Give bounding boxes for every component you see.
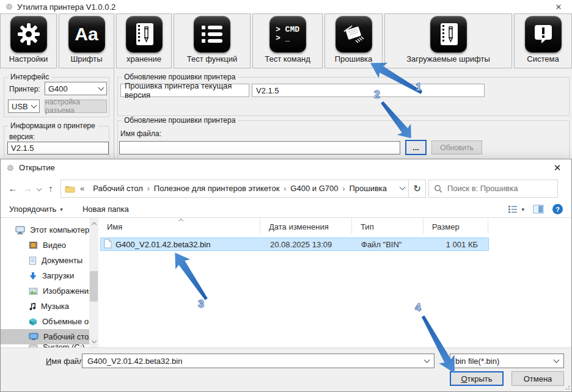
main-close-button[interactable]: ✕ bbox=[550, 2, 567, 12]
download-arrow-icon bbox=[29, 272, 37, 280]
address-chevron-icon[interactable] bbox=[400, 184, 406, 191]
forward-button[interactable]: → bbox=[20, 183, 35, 194]
column-header-name[interactable]: Имя bbox=[98, 218, 260, 234]
new-folder-button[interactable]: Новая папка bbox=[82, 205, 129, 214]
sidebar-item-label: Этот компьютер bbox=[30, 225, 89, 234]
breadcrumb-segment[interactable]: Рабочий стол bbox=[93, 184, 143, 193]
sidebar-item-this-pc[interactable]: Этот компьютер bbox=[1, 222, 89, 238]
column-header-type[interactable]: Тип bbox=[352, 218, 424, 234]
sidebar-item-label: Документы bbox=[42, 256, 82, 265]
sidebar-item-3d-objects[interactable]: Объемные объекты bbox=[1, 314, 89, 329]
folder-icon bbox=[65, 184, 76, 193]
notebook-pencil-icon bbox=[430, 16, 467, 53]
help-button[interactable]: ? bbox=[552, 204, 563, 214]
sidebar-item-documents[interactable]: Документы bbox=[1, 253, 89, 268]
firmware-current-group: Обновление прошивки принтера Прошивка пр… bbox=[117, 77, 570, 116]
refresh-button[interactable]: ↻ bbox=[409, 180, 426, 198]
main-toolbar: Настройки Aa Шрифты хранение bbox=[0, 13, 572, 68]
version-field[interactable]: V2.1.5 bbox=[7, 142, 109, 154]
sidebar-scrollbar[interactable] bbox=[89, 218, 98, 347]
breadcrumb-prefix: « bbox=[80, 184, 84, 193]
scrollbar-thumb[interactable] bbox=[90, 271, 98, 302]
open-button[interactable]: Открыть bbox=[450, 371, 504, 386]
dialog-title: Открытие bbox=[19, 163, 55, 172]
file-name-combobox[interactable]: G400_V2.01.42.beta32.bin bbox=[82, 354, 435, 368]
cube-icon bbox=[29, 318, 37, 326]
sidebar-item-label: Рабочий стол bbox=[43, 332, 89, 341]
update-button[interactable]: Обновить bbox=[431, 140, 482, 154]
resize-grip[interactable] bbox=[565, 385, 570, 390]
file-row-selected[interactable]: G400_V2.01.42.beta32.bin 20.08.2025 13:0… bbox=[100, 238, 489, 251]
toolbar-label: Тест команд bbox=[265, 54, 310, 64]
scroll-down-icon[interactable] bbox=[91, 338, 96, 343]
sidebar-item-label: Загрузки bbox=[42, 271, 74, 280]
toolbar-button-system[interactable]: Система bbox=[514, 13, 572, 68]
breadcrumb-segment[interactable]: Полезное для принтеров этикеток bbox=[154, 184, 280, 193]
dialog-close-button[interactable]: ✕ bbox=[549, 162, 566, 173]
address-bar[interactable]: « Рабочий стол › Полезное для принтеров … bbox=[61, 180, 409, 198]
toolbar-button-storage[interactable]: хранение bbox=[116, 13, 172, 68]
sidebar-item-music[interactable]: Музыка bbox=[1, 299, 89, 314]
interface-group: Интерфейс Принтер: G400 USB настройка ра… bbox=[4, 77, 109, 117]
sidebar-item-desktop[interactable]: Рабочий стол bbox=[1, 329, 89, 344]
chevron-down-icon bbox=[554, 357, 560, 363]
file-icon bbox=[104, 239, 112, 250]
toolbar-button-settings[interactable]: Настройки bbox=[0, 13, 57, 68]
group-legend: Обновление прошивки принтера bbox=[122, 73, 238, 81]
nav-history-chevron-icon[interactable] bbox=[37, 186, 42, 191]
printer-select[interactable]: G400 bbox=[45, 82, 107, 95]
video-icon bbox=[29, 241, 38, 249]
chevron-down-icon: ▾ bbox=[521, 206, 524, 212]
chevron-down-icon bbox=[31, 102, 37, 108]
preview-pane-icon[interactable] bbox=[533, 205, 544, 214]
step-number-2: 2 bbox=[374, 89, 380, 101]
file-type-select[interactable]: bin file(*.bin) bbox=[450, 354, 564, 368]
desktop-icon bbox=[29, 333, 38, 341]
file-name: G400_V2.01.42.beta32.bin bbox=[116, 240, 261, 249]
port-select[interactable]: USB bbox=[8, 100, 40, 113]
breadcrumb-segment[interactable]: G400 и G700 bbox=[290, 184, 338, 193]
search-box[interactable]: Поиск в: Прошивка bbox=[428, 180, 558, 198]
firmware-update-group: Обновление прошивки принтера Имя файла: … bbox=[117, 120, 570, 158]
toolbar-label: Система bbox=[527, 54, 559, 64]
toolbar-button-fonts[interactable]: Aa Шрифты bbox=[59, 13, 114, 68]
toolbar-button-downloadable-fonts[interactable]: Загружаемые шрифты bbox=[384, 13, 512, 68]
step-number-1: 1 bbox=[416, 81, 421, 93]
main-window-title: Утилита принтера V1.0.0.2 bbox=[17, 2, 116, 12]
chevron-down-icon bbox=[98, 84, 105, 90]
breadcrumb-separator: › bbox=[342, 184, 345, 193]
view-mode-button[interactable]: ▾ bbox=[508, 205, 524, 214]
sidebar-item-pictures[interactable]: Изображения bbox=[1, 283, 89, 299]
sidebar: Этот компьютер Видео Документы bbox=[1, 218, 98, 347]
up-button[interactable]: ↑ bbox=[43, 183, 58, 194]
sidebar-item-videos[interactable]: Видео bbox=[1, 238, 89, 253]
port-config-button[interactable]: настройка разъема bbox=[45, 100, 107, 113]
browse-button[interactable]: ... bbox=[405, 140, 427, 155]
document-icon bbox=[29, 256, 37, 265]
sort-asc-icon bbox=[178, 219, 183, 223]
toolbar-label: Настройки bbox=[9, 54, 48, 64]
organize-menu[interactable]: Упорядочить▾ bbox=[9, 205, 63, 214]
toolbar-button-test-functions[interactable]: Тест функций bbox=[174, 13, 251, 68]
back-button[interactable]: ← bbox=[6, 183, 20, 194]
notebook-pencil-icon bbox=[126, 16, 163, 53]
breadcrumb-segment[interactable]: Прошивка bbox=[349, 184, 387, 193]
sidebar-item-downloads[interactable]: Загрузки bbox=[1, 268, 89, 283]
firmware-file-input[interactable] bbox=[119, 141, 400, 154]
column-header-size[interactable]: Размер bbox=[424, 218, 488, 234]
file-date: 20.08.2025 13:09 bbox=[261, 240, 353, 249]
computer-icon bbox=[15, 226, 25, 234]
group-legend: Обновление прошивки принтера bbox=[122, 116, 238, 125]
scroll-up-icon[interactable] bbox=[91, 222, 96, 227]
group-legend: Информация о принтере bbox=[8, 122, 98, 130]
dialog-footer: Имя файла: G400_V2.01.42.beta32.bin bin … bbox=[1, 347, 571, 391]
picture-icon bbox=[29, 288, 38, 295]
printer-label: Принтер: bbox=[9, 85, 40, 93]
column-header-date[interactable]: Дата изменения bbox=[260, 218, 352, 234]
column-headers: Имя Дата изменения Тип Размер bbox=[98, 218, 571, 234]
toolbar-button-test-commands[interactable]: > CMD > _ Тест команд bbox=[252, 13, 323, 68]
sidebar-item-label: Объемные объекты bbox=[42, 317, 89, 326]
cancel-button[interactable]: Отмена bbox=[512, 371, 564, 386]
breadcrumb-separator: › bbox=[284, 184, 286, 193]
dialog-icon bbox=[6, 164, 15, 172]
